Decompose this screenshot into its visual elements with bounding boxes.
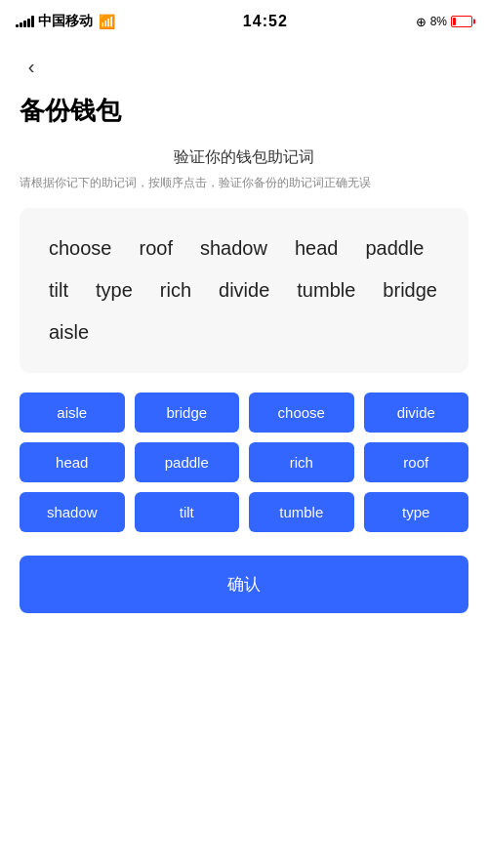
- status-time: 14:52: [243, 13, 288, 30]
- main-content: 验证你的钱包助记词 请根据你记下的助记词，按顺序点击，验证你备份的助记词正确无误…: [0, 147, 488, 613]
- word-button[interactable]: choose: [249, 393, 354, 433]
- display-word: aisle: [35, 311, 102, 353]
- display-word: paddle: [351, 227, 437, 269]
- word-button[interactable]: type: [364, 492, 469, 532]
- signal-icon: [16, 16, 34, 27]
- word-display-area: chooseroofshadowheadpaddletilttyperichdi…: [20, 208, 468, 373]
- nav-bar: ‹: [0, 43, 488, 86]
- status-right: ⊕ 8%: [416, 15, 472, 29]
- battery-percent-label: 8%: [430, 15, 447, 28]
- page-title: 备份钱包: [0, 86, 488, 147]
- display-word: tumble: [283, 269, 369, 311]
- word-button[interactable]: paddle: [135, 442, 240, 482]
- display-word: type: [82, 269, 146, 311]
- word-button[interactable]: shadow: [20, 492, 125, 532]
- word-button[interactable]: rich: [249, 442, 354, 482]
- section-desc: 请根据你记下的助记词，按顺序点击，验证你备份的助记词正确无误: [20, 174, 468, 192]
- word-button[interactable]: aisle: [20, 393, 125, 433]
- word-button[interactable]: tilt: [135, 492, 240, 532]
- display-word: choose: [35, 227, 126, 269]
- display-word: bridge: [369, 269, 451, 311]
- status-bar: 中国移动 📶 14:52 ⊕ 8%: [0, 0, 488, 43]
- back-button[interactable]: ‹: [16, 51, 47, 82]
- wifi-icon: 📶: [99, 14, 115, 29]
- confirm-button[interactable]: 确认: [20, 556, 468, 613]
- section-title: 验证你的钱包助记词: [20, 147, 468, 168]
- word-button[interactable]: bridge: [135, 393, 240, 433]
- display-word: shadow: [186, 227, 281, 269]
- section-header: 验证你的钱包助记词 请根据你记下的助记词，按顺序点击，验证你备份的助记词正确无误: [20, 147, 468, 192]
- word-button[interactable]: divide: [364, 393, 469, 433]
- display-word: roof: [126, 227, 186, 269]
- word-button[interactable]: head: [20, 442, 125, 482]
- display-word: head: [281, 227, 352, 269]
- display-word: divide: [205, 269, 283, 311]
- status-left: 中国移动 📶: [16, 13, 115, 30]
- word-button[interactable]: roof: [364, 442, 469, 482]
- display-word: rich: [146, 269, 205, 311]
- circle-icon: ⊕: [416, 15, 427, 29]
- carrier-label: 中国移动: [38, 13, 93, 30]
- battery-icon: [451, 16, 472, 27]
- word-button[interactable]: tumble: [249, 492, 354, 532]
- word-button-grid: aislebridgechoosedivideheadpaddlerichroo…: [20, 393, 468, 532]
- display-word: tilt: [35, 269, 82, 311]
